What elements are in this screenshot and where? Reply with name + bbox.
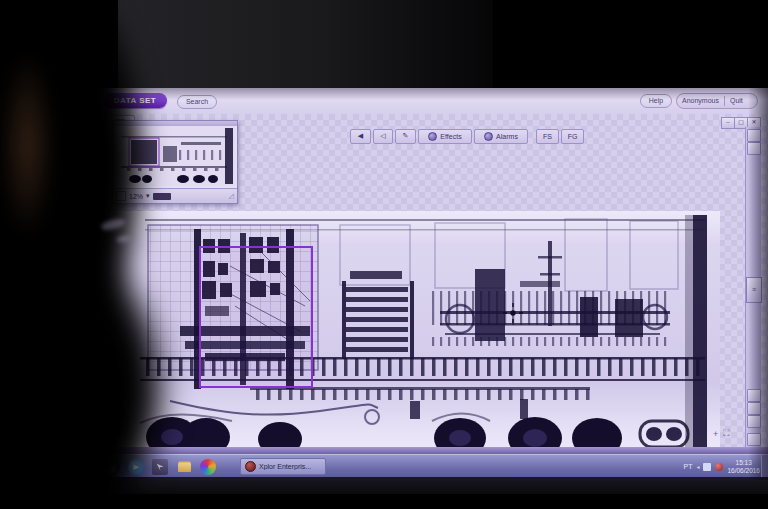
- fg-button[interactable]: FG: [561, 129, 584, 144]
- annotate-pencil-button[interactable]: ✎: [395, 129, 416, 144]
- session-group: Anonymous Quit: [676, 93, 758, 109]
- windows-taskbar: ▶ Xplor Enterpris... PT ◂ 15:13 16/06/20…: [95, 454, 768, 478]
- back-button[interactable]: ◀: [350, 129, 371, 144]
- clock-date: 16/06/2016: [727, 467, 760, 474]
- xray-scan-image[interactable]: [110, 211, 720, 456]
- strip-button-top-2[interactable]: [747, 142, 761, 155]
- background-wall: [118, 0, 403, 88]
- clock-time: 15:13: [736, 459, 752, 466]
- bottom-right-view-controls: + ⛶: [713, 428, 730, 439]
- system-tray: PT ◂ 15:13 16/06/2016: [683, 458, 760, 475]
- active-task-button[interactable]: Xplor Enterpris...: [240, 458, 326, 475]
- strip-button-bottom-1[interactable]: [747, 389, 761, 402]
- silhouette-skin-highlight: [0, 50, 55, 240]
- app-top-bar: DATA SET Search Help Anonymous Quit: [95, 88, 768, 115]
- task-button-label: Xplor Enterpris...: [259, 463, 311, 470]
- scan-right-edge-fade: [685, 215, 693, 451]
- strip-button-top-1[interactable]: [747, 129, 761, 142]
- fs-button[interactable]: FS: [536, 129, 559, 144]
- background-wall-shadow: [403, 0, 493, 88]
- strip-button-bottom-3[interactable]: [747, 415, 761, 428]
- zoom-dropdown-caret-icon[interactable]: ▾: [146, 192, 150, 200]
- tray-icon-1[interactable]: [703, 463, 711, 471]
- zoom-percent-value[interactable]: 12%: [129, 193, 143, 200]
- effects-button[interactable]: Effects: [418, 129, 472, 144]
- corner-mark-icon: ∟: [103, 428, 112, 438]
- thumbnail-scan-image: [113, 126, 235, 186]
- thumbnail-tool-icon[interactable]: [116, 191, 126, 201]
- strip-button-bottom-2[interactable]: [747, 402, 761, 415]
- threat-annotation-rectangle[interactable]: [200, 247, 312, 387]
- quit-button[interactable]: Quit: [725, 94, 748, 108]
- help-button[interactable]: Help: [640, 94, 672, 108]
- photo-of-monitor: DATA SET Search Help Anonymous Quit 329 …: [0, 0, 768, 509]
- tray-expand-caret-icon[interactable]: ◂: [696, 463, 699, 470]
- zoom-in-right-button[interactable]: +: [713, 429, 718, 439]
- scanner-app-icon[interactable]: [200, 459, 216, 475]
- thumbnail-footer: 12% ▾ ◿: [113, 188, 237, 203]
- start-button[interactable]: [100, 457, 120, 477]
- effects-icon: [428, 132, 437, 141]
- vertical-slider-thumb[interactable]: ≡: [746, 277, 762, 303]
- minimize-button[interactable]: –: [721, 117, 735, 129]
- strip-button-bottom-4[interactable]: [747, 433, 761, 446]
- monitor-chin: [0, 480, 768, 494]
- search-button[interactable]: Search: [177, 95, 217, 109]
- anonymous-user-label: Anonymous: [677, 94, 724, 108]
- media-player-icon[interactable]: ▶: [128, 459, 144, 475]
- image-toolbar: ◀ ◁ ✎ Effects Alarms FS FG: [350, 129, 584, 143]
- bottom-left-view-controls: ∟ +: [103, 428, 122, 438]
- right-control-strip: ≡: [745, 127, 761, 447]
- overview-thumbnail-window[interactable]: 12% ▾ ◿: [112, 120, 238, 204]
- explorer-folder-icon[interactable]: [176, 459, 192, 475]
- thumbnail-zoom-slider[interactable]: [153, 193, 171, 200]
- language-indicator[interactable]: PT: [683, 463, 692, 470]
- alarms-button[interactable]: Alarms: [474, 129, 528, 144]
- previous-button[interactable]: ◁: [373, 129, 393, 144]
- thumbnail-resize-grip[interactable]: ◿: [229, 192, 234, 200]
- task-app-icon: [245, 461, 256, 472]
- tray-icon-2[interactable]: [715, 463, 723, 471]
- pointer-tool-icon[interactable]: [152, 459, 168, 475]
- monitor-screen: DATA SET Search Help Anonymous Quit 329 …: [95, 88, 768, 480]
- alarms-icon: [484, 132, 493, 141]
- windows-logo-icon: [106, 462, 115, 472]
- zoom-in-left-button[interactable]: +: [117, 428, 122, 438]
- viewer-workspace: 329 – ▢ ✕ ◀ ◁ ✎ Effects Alarms FS FG: [95, 114, 768, 454]
- app-bottom-frame: [95, 447, 768, 454]
- dataset-button[interactable]: DATA SET: [103, 93, 167, 108]
- scan-right-edge: [693, 215, 707, 451]
- show-desktop-button[interactable]: [761, 455, 768, 478]
- taskbar-clock[interactable]: 15:13 16/06/2016: [727, 459, 760, 475]
- expand-view-button[interactable]: ⛶: [723, 428, 729, 439]
